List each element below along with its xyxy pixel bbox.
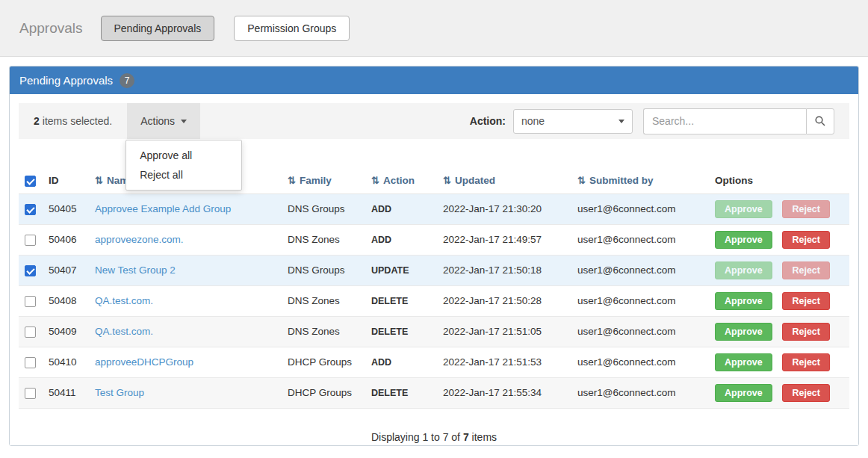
column-header-submitted-by[interactable]: Submitted by: [571, 169, 709, 194]
select-all-checkbox[interactable]: [25, 176, 36, 187]
tab-pending-approvals[interactable]: Pending Approvals: [101, 16, 215, 41]
row-id: 50411: [43, 377, 89, 408]
row-updated: 2022-Jan-17 21:30:20: [437, 194, 571, 224]
row-checkbox[interactable]: [25, 296, 36, 307]
row-updated: 2022-Jan-17 21:51:05: [437, 316, 571, 347]
sort-icon: [95, 175, 107, 186]
reject-button[interactable]: Reject: [782, 231, 830, 249]
row-updated: 2022-Jan-17 21:55:34: [437, 377, 571, 408]
action-filter-label: Action:: [470, 115, 506, 127]
action-filter-select[interactable]: none: [513, 109, 633, 134]
selected-count: 2: [34, 115, 40, 127]
row-action: ADD: [365, 347, 437, 377]
row-id: 50407: [43, 255, 89, 285]
column-header-id: ID: [43, 169, 89, 194]
table-row: 50407 New Test Group 2 DNS Groups UPDATE…: [19, 255, 849, 285]
toolbar-right: Action: none: [470, 103, 849, 139]
table-row: 50410 approveeDHCPGroup DHCP Groups ADD …: [19, 347, 849, 377]
sort-icon: [371, 175, 383, 186]
row-checkbox[interactable]: [25, 357, 36, 368]
row-action: DELETE: [365, 285, 437, 316]
actions-button[interactable]: Actions: [127, 103, 200, 139]
reject-button[interactable]: Reject: [782, 262, 830, 279]
row-name-link[interactable]: Test Group: [95, 387, 144, 398]
row-name-link[interactable]: approveezone.com.: [95, 234, 184, 245]
caret-down-icon: [181, 120, 187, 123]
reject-button[interactable]: Reject: [782, 384, 830, 402]
row-name-link[interactable]: Approvee Example Add Group: [95, 203, 231, 214]
action-filter-value: none: [521, 115, 545, 127]
menu-item-approve-all[interactable]: Approve all: [126, 146, 241, 165]
pagination-summary: Displaying 1 to 7 of 7 items: [19, 431, 849, 443]
sort-icon: [577, 175, 589, 186]
row-name-link[interactable]: QA.test.com.: [95, 295, 153, 306]
row-updated: 2022-Jan-17 21:49:57: [437, 224, 571, 255]
row-family: DNS Zones: [282, 285, 365, 316]
approve-button[interactable]: Approve: [715, 353, 772, 371]
approve-button[interactable]: Approve: [715, 262, 772, 279]
selected-items-info: 2 items selected.: [19, 103, 112, 139]
table-row: 50409 QA.test.com. DNS Zones DELETE 2022…: [19, 316, 849, 347]
reject-button[interactable]: Reject: [782, 353, 830, 371]
row-checkbox[interactable]: [25, 235, 36, 246]
row-submitted-by: user1@6connect.com: [571, 285, 709, 316]
row-name-link[interactable]: New Test Group 2: [95, 264, 176, 276]
approve-button[interactable]: Approve: [715, 231, 772, 249]
row-checkbox[interactable]: [25, 327, 36, 338]
row-submitted-by: user1@6connect.com: [571, 194, 709, 224]
table-row: 50405 Approvee Example Add Group DNS Gro…: [19, 194, 849, 224]
row-name-link[interactable]: QA.test.com.: [95, 326, 153, 337]
table-toolbar: 2 items selected. Actions Approve all Re…: [19, 103, 849, 139]
reject-button[interactable]: Reject: [782, 200, 830, 218]
approve-button[interactable]: Approve: [715, 292, 772, 310]
row-submitted-by: user1@6connect.com: [571, 316, 709, 347]
table-row: 50406 approveezone.com. DNS Zones ADD 20…: [19, 224, 849, 255]
sort-icon: [443, 175, 455, 186]
row-submitted-by: user1@6connect.com: [571, 255, 709, 285]
column-header-updated[interactable]: Updated: [437, 169, 571, 194]
row-family: DNS Groups: [282, 255, 365, 285]
page-title: Approvals: [19, 20, 83, 37]
search-input[interactable]: [643, 108, 806, 134]
reject-button[interactable]: Reject: [782, 323, 830, 341]
sort-icon: [288, 175, 300, 186]
reject-button[interactable]: Reject: [782, 292, 830, 310]
search-button[interactable]: [806, 108, 834, 134]
footer-prefix: Displaying 1 to 7 of: [371, 431, 460, 443]
row-family: DNS Zones: [282, 224, 365, 255]
row-id: 50406: [43, 224, 89, 255]
row-id: 50410: [43, 347, 89, 377]
row-name-link[interactable]: approveeDHCPGroup: [95, 356, 193, 368]
row-checkbox[interactable]: [25, 388, 36, 399]
column-header-family[interactable]: Family: [282, 169, 365, 194]
footer-total: 7: [463, 431, 469, 443]
column-header-options: Options: [709, 169, 849, 194]
panel-header: Pending Approvals 7: [10, 66, 858, 94]
table-body: 50405 Approvee Example Add Group DNS Gro…: [19, 194, 849, 408]
approve-button[interactable]: Approve: [715, 323, 772, 341]
actions-menu: Approve all Reject all: [125, 140, 242, 191]
panel-body: 2 items selected. Actions Approve all Re…: [10, 94, 858, 445]
row-family: DHCP Groups: [282, 347, 365, 377]
row-action: DELETE: [365, 316, 437, 347]
column-header-action[interactable]: Action: [365, 169, 437, 194]
row-checkbox[interactable]: [25, 204, 36, 215]
row-id: 50409: [43, 316, 89, 347]
row-action: ADD: [365, 194, 437, 224]
footer-suffix: items: [472, 431, 497, 443]
panel-title: Pending Approvals: [19, 74, 113, 87]
approve-button[interactable]: Approve: [715, 384, 772, 402]
row-updated: 2022-Jan-17 21:51:53: [437, 347, 571, 377]
search-group: [643, 108, 834, 134]
count-badge: 7: [120, 73, 134, 88]
row-id: 50408: [43, 285, 89, 316]
tab-permission-groups[interactable]: Permission Groups: [234, 16, 350, 41]
row-action: ADD: [365, 224, 437, 255]
row-checkbox[interactable]: [25, 265, 36, 276]
row-submitted-by: user1@6connect.com: [571, 377, 709, 408]
menu-item-reject-all[interactable]: Reject all: [126, 165, 241, 185]
approve-button[interactable]: Approve: [715, 200, 772, 218]
search-icon: [814, 115, 826, 127]
actions-dropdown-wrap: Actions Approve all Reject all: [127, 103, 200, 139]
row-family: DNS Zones: [282, 316, 365, 347]
